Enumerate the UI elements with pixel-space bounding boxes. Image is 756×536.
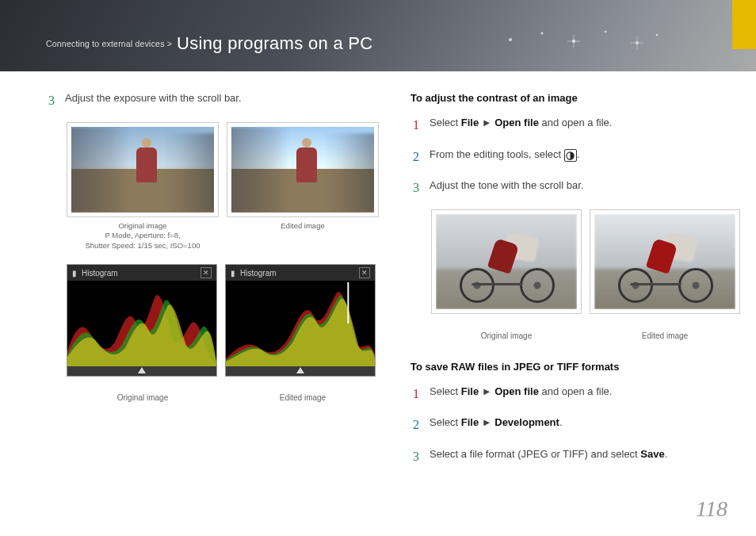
contrast-icon (564, 149, 577, 162)
step-number: 2 (410, 415, 422, 435)
contrast-original-photo (436, 214, 577, 309)
histogram-caption-row: Original image Edited image (67, 389, 379, 402)
svg-point-1 (541, 33, 544, 35)
save-step-1: 1 Select File ► Open file and open a fil… (410, 384, 740, 404)
histogram-slider[interactable] (226, 366, 375, 376)
svg-point-5 (656, 34, 658, 36)
exposure-image-row: Original image P Mode, Aperture: f=8, Sh… (67, 122, 379, 251)
step-number: 1 (410, 384, 422, 404)
contrast-edited-caption: Edited image (590, 331, 740, 340)
contrast-edited-block (590, 209, 740, 314)
step-text: Adjust the tone with the scroll bar. (430, 178, 583, 198)
edited-photo (231, 127, 374, 212)
save-step-3: 3 Select a file format (JPEG or TIFF) an… (410, 446, 740, 467)
step-text: Select a file format (JPEG or TIFF) and … (430, 446, 667, 467)
histogram-edited-caption: Edited image (227, 393, 379, 402)
histogram-edited: ▮ Histogram ✕ (225, 264, 376, 377)
contrast-heading: To adjust the contrast of an image (410, 92, 740, 104)
content-area: 3 Adjust the exposure with the scroll ba… (0, 71, 756, 478)
contrast-original-block (431, 209, 582, 314)
step-number: 3 (46, 90, 57, 111)
close-icon[interactable]: ✕ (200, 267, 212, 278)
step-text: Adjust the exposure with the scroll bar. (65, 90, 242, 111)
left-step-3: 3 Adjust the exposure with the scroll ba… (46, 90, 379, 111)
histogram-original: ▮ Histogram ✕ (67, 264, 217, 377)
contrast-image-row (431, 209, 740, 314)
svg-point-0 (509, 38, 512, 41)
svg-point-3 (605, 31, 607, 33)
step-text: From the editing tools, select . (430, 147, 579, 167)
step-number: 2 (410, 147, 422, 167)
original-caption: Original image P Mode, Aperture: f=8, Sh… (67, 221, 219, 251)
page-number: 118 (696, 496, 727, 522)
breadcrumb: Connecting to external devices > (46, 39, 172, 48)
contrast-original-caption: Original image (431, 331, 582, 340)
close-icon[interactable]: ✕ (359, 267, 370, 278)
contrast-step-1: 1 Select File ► Open file and open a fil… (410, 115, 740, 136)
histogram-slider[interactable] (67, 366, 216, 376)
step-text: Select File ► Open file and open a file. (430, 115, 612, 136)
histogram-row: ▮ Histogram ✕ ▮ Histogram ✕ (67, 264, 379, 377)
contrast-step-3: 3 Adjust the tone with the scroll bar. (410, 178, 740, 198)
histogram-original-caption: Original image (67, 393, 219, 402)
histogram-icon: ▮ (231, 269, 235, 278)
sparkle-decoration (494, 24, 669, 56)
save-step-2: 2 Select File ► Development. (410, 415, 740, 435)
histogram-label: Histogram (82, 269, 118, 278)
contrast-edited-photo (594, 214, 735, 309)
left-column: 3 Adjust the exposure with the scroll ba… (46, 90, 379, 478)
histogram-icon: ▮ (72, 269, 77, 278)
step-text: Select File ► Development. (430, 415, 563, 435)
original-photo (71, 127, 214, 212)
page-header: Connecting to external devices > Using p… (0, 0, 756, 71)
original-photo-block: Original image P Mode, Aperture: f=8, Sh… (67, 122, 219, 251)
step-number: 3 (410, 178, 422, 198)
step-number: 3 (410, 446, 422, 467)
step-number: 1 (410, 115, 422, 136)
edited-photo-block: Edited image (227, 122, 379, 251)
contrast-step-2: 2 From the editing tools, select . (410, 147, 740, 167)
step-text: Select File ► Open file and open a file. (430, 384, 612, 404)
contrast-caption-row: Original image Edited image (431, 327, 740, 340)
right-column: To adjust the contrast of an image 1 Sel… (410, 90, 740, 478)
edited-caption: Edited image (227, 221, 379, 232)
histogram-label: Histogram (240, 269, 277, 278)
page-title: Using programs on a PC (177, 33, 372, 54)
save-heading: To save RAW files in JPEG or TIFF format… (410, 361, 740, 373)
